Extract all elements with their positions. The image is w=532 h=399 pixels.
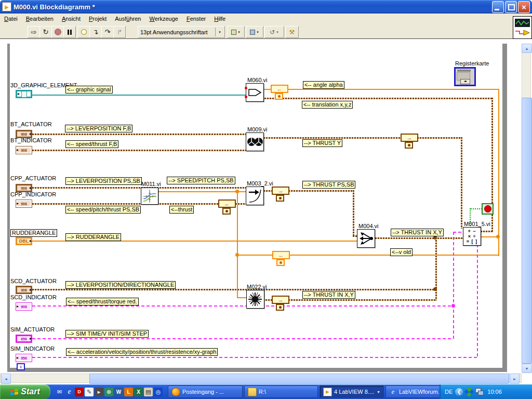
wire-thrust-y-a[interactable]	[263, 137, 403, 139]
unbundle-node-index[interactable]	[276, 259, 285, 266]
terminal-integer[interactable]: I	[17, 363, 25, 370]
wire-m004-to-m001[interactable]	[375, 237, 463, 239]
subvi-m003-2[interactable]	[246, 187, 264, 205]
tray-app-icon[interactable]	[464, 387, 474, 397]
wire-magenta-vertical-1[interactable]	[453, 232, 454, 339]
wire-label-lever-dir[interactable]: --> LEVERPOSITION/DIRECTIONANGLE	[65, 281, 176, 289]
internet-explorer-icon[interactable]: e	[65, 388, 74, 396]
label-m022[interactable]: M022.vi	[247, 284, 267, 290]
wire-label-thrust-pssb[interactable]: --> THRUST PS,SB	[302, 181, 355, 189]
label-sim-indicator[interactable]: SIM_INDICATOR	[10, 345, 55, 352]
minimize-button[interactable]	[492, 1, 504, 13]
wire-graphic-signal[interactable]	[32, 95, 247, 96]
subvi-m060[interactable]	[246, 83, 264, 102]
wire-thrust-y-vertical[interactable]	[461, 137, 462, 229]
label-bt-indicator[interactable]: BT_INDICATOR	[10, 137, 52, 143]
bundle-node[interactable]: →	[272, 296, 289, 304]
subvi-m022[interactable]	[246, 290, 264, 309]
bundle-node[interactable]: →	[272, 187, 289, 195]
dwg-viewer-icon[interactable]: D	[75, 388, 84, 396]
unbundle-node[interactable]: ←	[271, 85, 288, 93]
wire-label-angle-alpha[interactable]: <-- angle alpha	[303, 81, 344, 89]
font-selector[interactable]: 13pt Anwendungsschriftart ▼	[138, 26, 225, 38]
label-cpp-actuator[interactable]: CPP_ACTUATOR	[10, 175, 56, 181]
wire-magenta-vertical-2[interactable]	[477, 244, 478, 358]
wire-cpp-indicator[interactable]	[32, 203, 219, 205]
label-scd-indicator[interactable]: SCD_INDICATOR	[10, 294, 57, 300]
label-m009[interactable]: M009.vi	[247, 126, 268, 132]
terminal-sim-indicator[interactable]: 956 ▸	[16, 354, 32, 362]
word-icon[interactable]: W	[114, 388, 123, 396]
run-button[interactable]: ⇨	[28, 26, 40, 38]
scroll-left-button[interactable]: ◄	[1, 374, 11, 384]
menu-bearbeiten[interactable]: Bearbeiten	[22, 15, 58, 23]
mail-icon[interactable]: ✉	[55, 388, 64, 396]
wire-angle-alpha-b[interactable]	[288, 89, 499, 90]
wire-bt-actuator[interactable]	[32, 134, 246, 135]
reorder-button[interactable]: ↺▼	[264, 26, 284, 38]
label-registerkarte[interactable]: Registerkarte	[455, 60, 489, 66]
wire-scd-actuator[interactable]	[32, 289, 436, 290]
label-cpp-indicator[interactable]: CPP_INDICATOR	[10, 191, 56, 197]
stop-button-terminal[interactable]	[482, 203, 494, 215]
cleanup-diagram-button[interactable]: ⚒	[285, 26, 299, 38]
subvi-m009[interactable]	[246, 132, 264, 151]
vertical-scroll-thumb[interactable]	[522, 98, 532, 364]
wire-magenta-stub[interactable]	[453, 232, 463, 233]
bundle-node-index[interactable]	[405, 142, 413, 149]
wire-label-speed-thrust-torque[interactable]: <-- speed/thrust/torque red.	[66, 298, 139, 305]
wire-label-v-old[interactable]: <--v old	[390, 248, 413, 256]
notes-editor-icon[interactable]: ✎	[85, 388, 94, 396]
label-m001-5[interactable]: M001_5.vi	[464, 221, 490, 227]
label-scd-actuator[interactable]: SCD_ACTUATOR	[10, 278, 57, 284]
wire-label-graphic-signal[interactable]: <-- graphic signal	[65, 86, 113, 94]
wire-label-thrust-in-xy-1[interactable]: --> THRUST IN X,Y	[391, 229, 444, 236]
wire-label-thrust-small[interactable]: <--thrust	[169, 206, 194, 214]
label-rudderangle[interactable]: RUDDERANGLE	[10, 229, 57, 237]
terminal-scd-indicator[interactable]: 906 ▸	[16, 302, 32, 311]
media-player-icon[interactable]: ▸	[95, 388, 103, 396]
wire-orange-mid-vertical[interactable]	[237, 191, 238, 298]
globe-icon[interactable]: ⊕	[104, 388, 113, 396]
language-indicator[interactable]: DE	[445, 389, 453, 395]
menu-projekt[interactable]: Projekt	[85, 15, 111, 23]
wire-m022-out-b[interactable]	[288, 299, 436, 301]
unbundle-node-index[interactable]	[222, 208, 231, 215]
menu-datei[interactable]: Datei	[0, 15, 22, 23]
step-out-button[interactable]: ↱	[113, 26, 126, 38]
terminal-scd-actuator[interactable]: 906 ▸	[16, 286, 32, 294]
bundle-node-index[interactable]	[276, 304, 284, 311]
start-button[interactable]: Start	[0, 384, 50, 399]
horizontal-scroll-thumb[interactable]	[89, 374, 509, 384]
wire-m011-to-m003[interactable]	[158, 191, 246, 192]
wire-thrust-pssb[interactable]	[288, 190, 354, 192]
clock[interactable]: 10:06	[487, 389, 502, 395]
label-m004[interactable]: M004.vi	[358, 223, 379, 229]
scroll-up-button[interactable]: ▲	[522, 44, 532, 53]
wire-label-speed-pitch-pssb[interactable]: --> SPEED/PITCH PS,SB	[167, 177, 235, 184]
wire-label-acceleration[interactable]: <-- acceleration/velocity/position/thrus…	[66, 348, 218, 356]
wire-sim-actuator[interactable]	[32, 338, 454, 339]
wire-thrust-pssb-vertical[interactable]	[353, 190, 354, 237]
wire-label-lever-fb[interactable]: --> LEVERPOSITION F,B	[65, 125, 132, 132]
close-button[interactable]: ×	[518, 1, 530, 13]
step-into-button[interactable]: ↴	[89, 26, 102, 38]
task-explorer-r-drive[interactable]: R:\	[244, 385, 318, 398]
media-player-2-icon[interactable]: ◎	[154, 388, 163, 396]
label-sim-actuator[interactable]: SIM_ACTUATOR	[10, 326, 55, 332]
wire-translation-stub[interactable]	[481, 231, 493, 232]
subvi-m004[interactable]	[357, 229, 375, 248]
wire-bt-indicator[interactable]	[32, 150, 246, 151]
run-continuous-button[interactable]: ↻	[39, 26, 52, 38]
network-icon[interactable]	[475, 388, 484, 395]
wire-label-sim-time[interactable]: --> SIM TIME/V INIT/SIM STEP	[65, 330, 149, 338]
unbundle-node[interactable]: ←	[218, 200, 236, 208]
align-objects-button[interactable]: ▼	[227, 26, 245, 38]
wire-label-lever-pssb[interactable]: --> LEVERPOSITION PS,SB	[65, 177, 142, 185]
wire-label-rudderangle[interactable]: --> RUDDERANGLE	[65, 233, 121, 241]
wire-label-speed-thrust-fb[interactable]: <-- speed/thrust F,B	[65, 140, 118, 148]
wire-cpp-indicator-stub[interactable]	[235, 203, 247, 205]
distribute-objects-button[interactable]: ▼	[246, 26, 263, 38]
terminal-sim-actuator[interactable]: 656 ▸	[16, 335, 32, 343]
wire-label-thrust-in-xy-2[interactable]: --> THRUST IN X,Y	[302, 291, 355, 299]
